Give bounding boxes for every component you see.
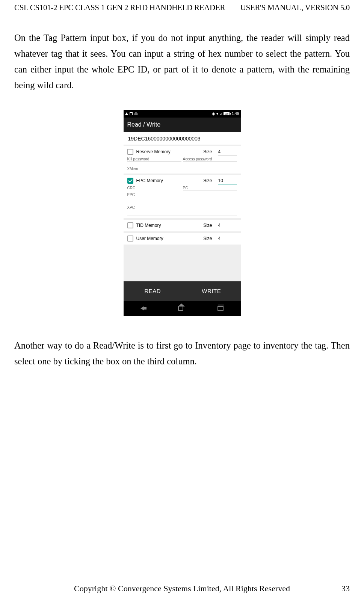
app-title: Read / Write [127, 121, 161, 128]
kill-password-input[interactable] [127, 161, 181, 162]
user-size-input[interactable]: 4 [218, 235, 237, 242]
crc-input[interactable] [127, 190, 181, 190]
home-icon[interactable] [178, 306, 183, 311]
reserve-size-label: Size [203, 149, 212, 154]
pc-label: PC [183, 186, 237, 190]
user-memory-checkbox[interactable] [127, 236, 133, 242]
epc-memory-label: EPC Memory [136, 178, 163, 183]
debug-icon: ⁂ [134, 112, 138, 116]
user-size-label: Size [203, 236, 212, 241]
network-icon: ◉ [212, 112, 215, 116]
reserve-size-input[interactable]: 4 [218, 148, 237, 156]
android-nav-bar [124, 301, 241, 316]
battery-icon: 100 [224, 112, 231, 115]
tid-size-label: Size [203, 223, 212, 228]
status-icon [130, 112, 133, 115]
tag-pattern-value: 19DEC1600000000000000003 [128, 136, 201, 142]
paragraph-1: On the Tag Pattern input box, if you do … [14, 30, 350, 94]
signal-icon [125, 112, 128, 115]
recent-icon[interactable] [217, 306, 224, 311]
back-icon[interactable] [140, 306, 144, 311]
embedded-screenshot: ⁂ ◉ ▾ ⊿ 100 1:49 Read / Write [14, 110, 350, 316]
xpc-input[interactable] [127, 210, 237, 216]
header-left: CSL CS101-2 EPC CLASS 1 GEN 2 RFID HANDH… [14, 3, 225, 12]
crc-label: CRC [127, 186, 181, 190]
header-right: USER'S MANUAL, VERSION 5.0 [240, 3, 350, 12]
tid-size-input[interactable]: 4 [218, 222, 237, 229]
xpc-label: XPC [127, 205, 135, 210]
epc-size-label: Size [203, 178, 212, 183]
epc-field-label: EPC [127, 193, 135, 197]
user-memory-label: User Memory [136, 236, 163, 241]
epc-memory-section: EPC Memory Size 10 CRC PC [124, 175, 241, 218]
access-password-label: Access password [183, 157, 237, 161]
write-button[interactable]: WRITE [182, 281, 241, 301]
user-memory-section: User Memory Size 4 [124, 233, 241, 245]
epc-memory-checkbox[interactable] [127, 178, 133, 184]
page-footer: Copyright © Convergence Systems Limited,… [0, 584, 364, 593]
content-area: 19DEC1600000000000000003 Reserve Memory … [124, 132, 241, 316]
tid-memory-checkbox[interactable] [127, 222, 133, 228]
xmem-label: XMem [127, 167, 138, 171]
signal-bars-icon: ⊿ [219, 112, 222, 116]
status-bar: ⁂ ◉ ▾ ⊿ 100 1:49 [124, 110, 241, 118]
wifi-icon: ▾ [216, 112, 218, 116]
pc-input[interactable] [183, 190, 237, 190]
action-bar: READ WRITE [124, 281, 241, 301]
page-number: 33 [341, 584, 350, 593]
phone-frame: ⁂ ◉ ▾ ⊿ 100 1:49 Read / Write [124, 110, 241, 316]
tid-memory-label: TID Memory [136, 223, 161, 228]
paragraph-2: Another way to do a Read/Write is to fir… [14, 338, 350, 369]
clock: 1:49 [232, 112, 239, 116]
reserve-memory-checkbox[interactable] [127, 149, 133, 155]
epc-field-input[interactable] [127, 197, 237, 203]
kill-password-label: Kill password [127, 157, 181, 161]
page-header: CSL CS101-2 EPC CLASS 1 GEN 2 RFID HANDH… [14, 0, 350, 14]
reserve-memory-section: Reserve Memory Size 4 Kill password Acce… [124, 146, 241, 174]
reserve-memory-label: Reserve Memory [136, 149, 171, 154]
access-password-input[interactable] [183, 161, 237, 162]
read-button[interactable]: READ [124, 281, 182, 301]
epc-size-input[interactable]: 10 [218, 177, 237, 184]
tid-memory-section: TID Memory Size 4 [124, 220, 241, 231]
tag-pattern-input[interactable]: 19DEC1600000000000000003 [124, 132, 241, 145]
app-title-bar: Read / Write [124, 118, 241, 132]
copyright: Copyright © Convergence Systems Limited,… [0, 584, 364, 593]
